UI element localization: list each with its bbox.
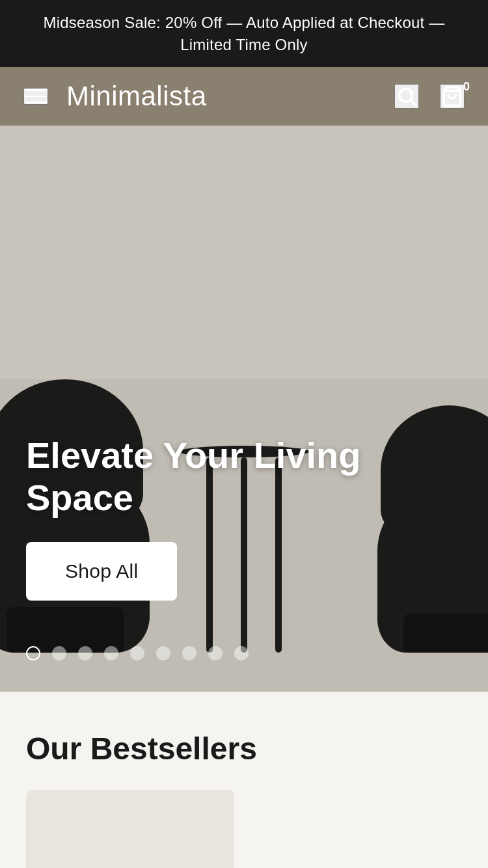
carousel-dots [26,646,249,660]
header-left: Minimalista [23,81,207,112]
product-card-1: NEXUS / HOME ACCENTS Shop Now [26,790,234,868]
svg-point-0 [400,89,413,102]
search-button[interactable] [394,84,419,109]
header: Minimalista 0 [0,67,488,126]
announcement-bar: Midseason Sale: 20% Off — Auto Applied a… [0,0,488,67]
menu-button[interactable] [23,88,48,105]
chair-right-base [403,614,488,653]
carousel-dot-6[interactable] [156,646,170,660]
carousel-dot-7[interactable] [182,646,197,660]
cart-icon [441,85,463,107]
bestsellers-title: Our Bestsellers [26,731,462,766]
carousel-dot-5[interactable] [130,646,144,660]
carousel-dot-8[interactable] [208,646,223,660]
carousel-dot-1[interactable] [26,646,40,660]
hero-section: Elevate Your Living Space Shop All [0,126,488,692]
carousel-dot-9[interactable] [234,646,249,660]
carousel-dot-3[interactable] [78,646,92,660]
announcement-text: Midseason Sale: 20% Off — Auto Applied a… [44,14,445,53]
search-icon [396,85,418,107]
header-right: 0 [394,84,465,109]
cart-count: 0 [463,80,470,94]
carousel-dot-2[interactable] [52,646,66,660]
hero-wall [0,126,488,399]
bestsellers-section: Our Bestsellers NEXUS / HOME ACCENTS Sho… [0,692,488,868]
hero-title: Elevate Your Living Space [26,435,462,519]
shop-all-button[interactable]: Shop All [26,542,177,601]
products-row: NEXUS / HOME ACCENTS Shop Now [26,790,462,868]
brand-name: Minimalista [66,81,207,112]
hero-content: Elevate Your Living Space Shop All [26,435,462,601]
svg-line-1 [411,101,416,106]
hamburger-line-2 [25,96,47,98]
hamburger-line-1 [25,89,47,91]
carousel-dot-4[interactable] [104,646,118,660]
hamburger-line-3 [25,102,47,103]
cart-button[interactable]: 0 [440,84,465,109]
